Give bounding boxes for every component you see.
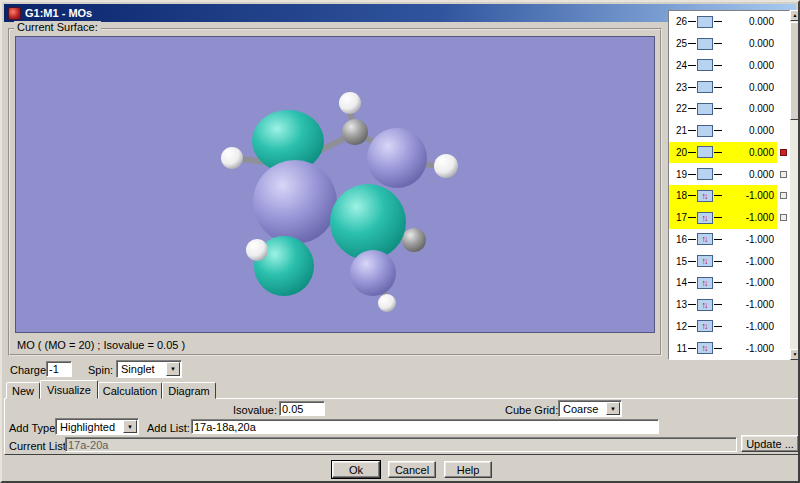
mo-energy: 0.000 — [723, 125, 777, 136]
tie-line — [714, 195, 722, 196]
add-list-field[interactable] — [191, 419, 659, 434]
mo-select-checkbox[interactable] — [780, 192, 787, 199]
mo-occupancy-box[interactable] — [697, 168, 713, 180]
tie-line — [688, 87, 696, 88]
mo-occupancy-box[interactable]: ↑↓ — [697, 320, 713, 332]
mo-marker-slot — [777, 149, 789, 156]
mo-number: 19 — [671, 169, 687, 180]
tie-line — [688, 108, 696, 109]
tie-line — [688, 43, 696, 44]
mo-occupancy-box[interactable] — [697, 146, 713, 158]
mo-row[interactable]: 190.000 — [669, 163, 789, 185]
tie-line — [714, 21, 722, 22]
spin-select[interactable]: Singlet ▼ — [116, 360, 182, 378]
mo-occupancy-box[interactable] — [697, 16, 713, 28]
mo-occupancy-box[interactable]: ↑↓ — [697, 190, 713, 202]
molecule-viewport[interactable] — [15, 36, 655, 333]
mo-row[interactable]: 240.000 — [669, 55, 789, 77]
mo-row-main: 16↑↓-1.000 — [669, 229, 777, 251]
tab-visualize[interactable]: Visualize — [40, 380, 98, 399]
mo-energy-list: 260.000250.000240.000230.000220.000210.0… — [668, 10, 790, 360]
mo-occupancy-box[interactable] — [697, 81, 713, 93]
spin-value: Singlet — [121, 363, 165, 375]
cancel-button-label: Cancel — [395, 464, 429, 476]
mo-number: 14 — [671, 277, 687, 288]
mo-row-main: 230.000 — [669, 76, 777, 98]
mo-select-checkbox[interactable] — [780, 171, 787, 178]
charge-field[interactable] — [46, 361, 72, 377]
chevron-down-icon[interactable]: ▼ — [166, 362, 180, 376]
mo-occupancy-box[interactable]: ↑↓ — [697, 212, 713, 224]
mo-row-main: 260.000 — [669, 11, 777, 33]
mo-row[interactable]: 17↑↓-1.000 — [669, 207, 789, 229]
mo-energy: -1.000 — [723, 343, 777, 354]
mo-occupancy-box[interactable] — [697, 125, 713, 137]
mo-occupancy-box[interactable]: ↑↓ — [697, 342, 713, 354]
mo-row[interactable]: 230.000 — [669, 76, 789, 98]
mo-marker-slot — [777, 192, 789, 199]
mo-occupancy-box[interactable]: ↑↓ — [697, 255, 713, 267]
mo-occupancy-box[interactable]: ↑↓ — [697, 277, 713, 289]
mo-number: 13 — [671, 299, 687, 310]
mo-row[interactable]: 200.000 — [669, 142, 789, 164]
mo-row-main: 13↑↓-1.000 — [669, 294, 777, 316]
tie-line — [714, 217, 722, 218]
mo-energy: -1.000 — [723, 212, 777, 223]
scrollbar-thumb[interactable] — [790, 22, 800, 120]
tab-calculation[interactable]: Calculation — [98, 382, 162, 399]
mo-row[interactable]: 12↑↓-1.000 — [669, 316, 789, 338]
mo-occupancy-box[interactable] — [697, 38, 713, 50]
mo-occupancy-box[interactable] — [697, 103, 713, 115]
mo-energy: 0.000 — [723, 82, 777, 93]
mo-energy: -1.000 — [723, 321, 777, 332]
cube-grid-select[interactable]: Coarse ▼ — [558, 400, 622, 417]
mo-occupancy-box[interactable]: ↑↓ — [697, 233, 713, 245]
tie-line — [714, 326, 722, 327]
mo-marker-slot — [777, 214, 789, 221]
update-button[interactable]: Update ... — [741, 435, 799, 452]
ok-button-label: Ok — [349, 464, 363, 476]
visualize-tab-panel: Isovalue: Cube Grid: Coarse ▼ Add Type: … — [4, 398, 800, 455]
spin-down-icon: ↓ — [704, 278, 709, 288]
mo-row[interactable]: 15↑↓-1.000 — [669, 250, 789, 272]
help-button[interactable]: Help — [444, 461, 492, 478]
mo-row-main: 220.000 — [669, 98, 777, 120]
mo-row[interactable]: 14↑↓-1.000 — [669, 272, 789, 294]
mo-row[interactable]: 210.000 — [669, 120, 789, 142]
scroll-up-icon[interactable]: ▲ — [790, 10, 800, 21]
scroll-down-icon[interactable]: ▼ — [790, 349, 800, 360]
mo-row[interactable]: 250.000 — [669, 33, 789, 55]
mo-energy: 0.000 — [723, 103, 777, 114]
mo-row[interactable]: 220.000 — [669, 98, 789, 120]
mo-list-scrollbar[interactable]: ▲ ▼ — [790, 10, 800, 360]
mo-occupancy-box[interactable]: ↑↓ — [697, 299, 713, 311]
mo-number: 12 — [671, 321, 687, 332]
tab-calculation-label: Calculation — [103, 385, 157, 397]
tie-line — [714, 87, 722, 88]
tab-diagram-label: Diagram — [168, 385, 210, 397]
mo-energy: -1.000 — [723, 299, 777, 310]
mo-occupancy-box[interactable] — [697, 59, 713, 71]
mo-selected-marker[interactable] — [780, 149, 787, 156]
chevron-down-icon[interactable]: ▼ — [123, 420, 137, 433]
spin-down-icon: ↓ — [704, 300, 709, 310]
charge-label: Charge: — [10, 364, 49, 376]
mo-select-checkbox[interactable] — [780, 214, 787, 221]
chevron-down-icon[interactable]: ▼ — [606, 402, 620, 415]
cancel-button[interactable]: Cancel — [388, 461, 436, 478]
tab-new[interactable]: New — [6, 382, 40, 399]
mo-energy: -1.000 — [723, 256, 777, 267]
tab-diagram[interactable]: Diagram — [162, 382, 216, 399]
tie-line — [688, 21, 696, 22]
molecule-render — [16, 37, 655, 333]
mo-row[interactable]: 11↑↓-1.000 — [669, 337, 789, 359]
isovalue-field[interactable] — [279, 401, 325, 416]
mo-row[interactable]: 16↑↓-1.000 — [669, 229, 789, 251]
mo-energy: -1.000 — [723, 234, 777, 245]
mo-row[interactable]: 18↑↓-1.000 — [669, 185, 789, 207]
mo-row[interactable]: 260.000 — [669, 11, 789, 33]
cube-grid-value: Coarse — [563, 403, 605, 415]
mo-row[interactable]: 13↑↓-1.000 — [669, 294, 789, 316]
add-type-select[interactable]: Highlighted ▼ — [55, 418, 139, 435]
ok-button[interactable]: Ok — [332, 461, 380, 478]
